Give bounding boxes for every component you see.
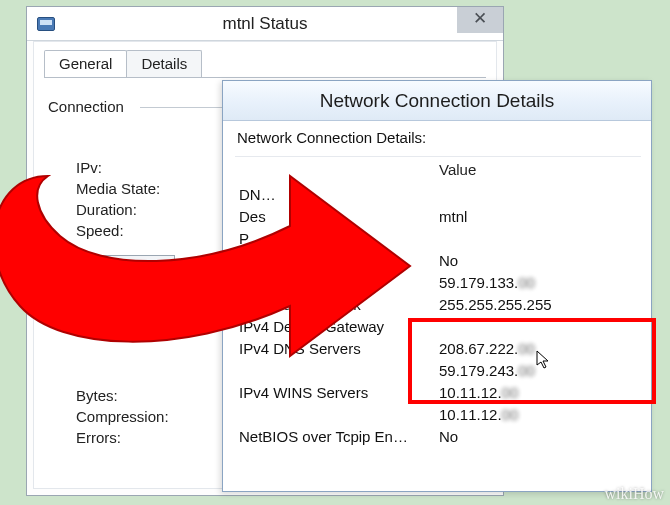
network-row-property — [235, 404, 435, 426]
tab-underline — [44, 77, 486, 78]
network-row-property: IPv4 Default Gateway — [235, 316, 435, 338]
group-activity-label: Activity — [48, 304, 96, 321]
network-row-property: P — [235, 228, 435, 250]
network-row-value — [435, 316, 641, 338]
network-title[interactable]: Network Connection Details — [223, 81, 651, 121]
network-row-property: Des — [235, 206, 435, 228]
network-rows: DN…DesmtnlPDHCP EnabledNoIPv4 Address59.… — [235, 184, 641, 448]
network-row-property: NetBIOS over Tcpip En… — [235, 426, 435, 448]
network-row[interactable]: IPv4 WINS Servers10.11.12.00 — [235, 382, 641, 404]
col-property — [235, 157, 435, 182]
col-value: Value — [435, 157, 641, 182]
network-row[interactable]: DN… — [235, 184, 641, 206]
network-row-value — [435, 228, 641, 250]
network-row[interactable]: 59.179.243.00 — [235, 360, 641, 382]
network-row-value: 208.67.222.00 — [435, 338, 641, 360]
network-body: Network Connection Details: Value DN…Des… — [235, 121, 641, 481]
network-row[interactable]: DHCP EnabledNo — [235, 250, 641, 272]
network-row[interactable]: IPv4 DNS Servers208.67.222.00 — [235, 338, 641, 360]
network-row[interactable]: NetBIOS over Tcpip En…No — [235, 426, 641, 448]
watermark: wikiHow — [604, 485, 664, 503]
network-row-property: IPv4 Subnet Mask — [235, 294, 435, 316]
network-row-property: DN… — [235, 184, 435, 206]
group-connection-label: Connection — [48, 98, 124, 115]
network-row-value: 59.179.243.00 — [435, 360, 641, 382]
network-row-value: mtnl — [435, 206, 641, 228]
network-row-value: 10.11.12.00 — [435, 404, 641, 426]
close-button[interactable]: ✕ — [457, 7, 503, 33]
network-row-property: IPv4 Address — [235, 272, 435, 294]
network-row-value: No — [435, 250, 641, 272]
network-row[interactable]: IPv4 Default Gateway — [235, 316, 641, 338]
tab-general[interactable]: General — [44, 50, 127, 78]
network-row-value: No — [435, 426, 641, 448]
network-details-window: Network Connection Details Network Conne… — [222, 80, 652, 492]
network-columns: Value — [235, 156, 641, 182]
network-row[interactable]: IPv4 Address59.179.133.00 — [235, 272, 641, 294]
network-row-property: IPv4 DNS Servers — [235, 338, 435, 360]
network-row-value — [435, 184, 641, 206]
network-row-value: 10.11.12.00 — [435, 382, 641, 404]
network-row[interactable]: 10.11.12.00 — [235, 404, 641, 426]
tab-details[interactable]: Details — [126, 50, 202, 78]
network-row-property: DHCP Enabled — [235, 250, 435, 272]
network-section-label: Network Connection Details: — [237, 129, 641, 146]
network-row-property — [235, 360, 435, 382]
network-row-value: 255.255.255.255 — [435, 294, 641, 316]
status-tabs: General Details — [44, 50, 201, 78]
status-titlebar[interactable]: mtnl Status ✕ — [27, 7, 503, 41]
network-row[interactable]: P — [235, 228, 641, 250]
network-row-property: IPv4 WINS Servers — [235, 382, 435, 404]
network-row[interactable]: IPv4 Subnet Mask255.255.255.255 — [235, 294, 641, 316]
status-title: mtnl Status — [27, 14, 503, 34]
details-button[interactable]: Details… — [76, 255, 175, 280]
network-row-value: 59.179.133.00 — [435, 272, 641, 294]
network-row[interactable]: Desmtnl — [235, 206, 641, 228]
